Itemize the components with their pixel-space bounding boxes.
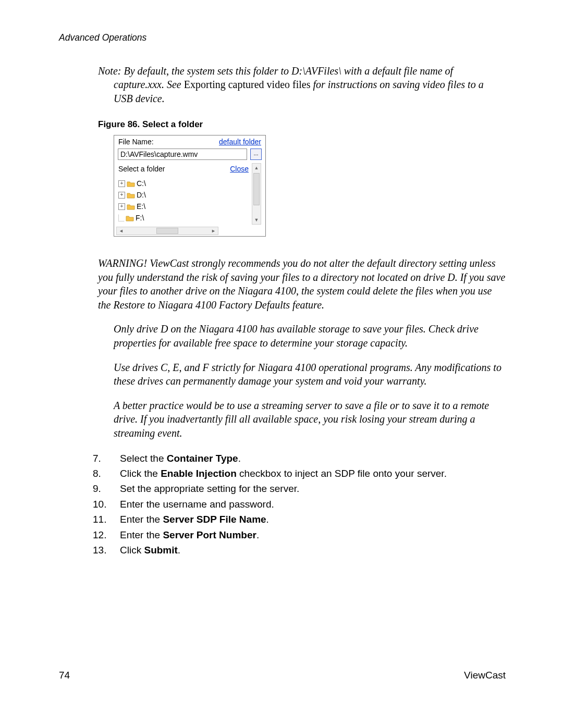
drive-label: F:\ [136, 213, 144, 223]
note-link-text: Exporting captured video files [184, 79, 311, 90]
step-number: 11. [93, 512, 111, 527]
warning-p1: WARNING! ViewCast strongly recommends yo… [98, 256, 506, 312]
drive-item[interactable]: F:\ [118, 213, 249, 224]
close-link[interactable]: Close [230, 164, 249, 174]
step-item: 12. Enter the Server Port Number. [93, 527, 506, 542]
scroll-thumb[interactable] [156, 228, 178, 234]
step-item: 8. Click the Enable Injection checkbox t… [93, 466, 506, 481]
drive-item[interactable]: + E:\ [118, 201, 249, 213]
note-paragraph: Note: By default, the system sets this f… [98, 64, 506, 105]
step-item: 13. Click Submit. [93, 542, 506, 558]
running-header: Advanced Operations [59, 32, 506, 43]
drive-label: D:\ [137, 190, 146, 200]
tree-connector-icon [118, 215, 124, 221]
scroll-up-icon[interactable]: ▲ [252, 164, 261, 172]
step-number: 7. [93, 451, 111, 466]
drive-item[interactable]: + D:\ [118, 190, 249, 201]
file-name-label: File Name: [118, 137, 154, 147]
step-item: 10. Enter the username and password. [93, 497, 506, 512]
folder-icon [126, 215, 134, 221]
step-item: 11. Enter the Server SDP File Name. [93, 512, 506, 527]
figure-caption: Figure 86. Select a folder [98, 119, 506, 131]
page-number: 74 [59, 670, 70, 681]
drive-label: E:\ [137, 202, 145, 212]
expand-icon[interactable]: + [118, 180, 125, 187]
warning-p4: A better practice would be to use a stre… [98, 399, 506, 440]
browse-button[interactable]: ... [250, 149, 262, 160]
note-text-1: By default, the system sets this folder … [124, 65, 453, 77]
file-path-input[interactable] [118, 149, 247, 160]
step-item: 9. Set the appropriate setting for the s… [93, 481, 506, 496]
step-number: 10. [93, 497, 111, 512]
scroll-down-icon[interactable]: ▼ [252, 216, 261, 224]
select-folder-dialog: File Name: default folder ... Select a f… [114, 135, 266, 237]
default-folder-link[interactable]: default folder [219, 137, 261, 147]
footer-brand: ViewCast [464, 670, 506, 681]
expand-icon[interactable]: + [118, 203, 125, 210]
warning-p2: Only drive D on the Niagara 4100 has ava… [98, 322, 506, 350]
folder-tree[interactable]: Select a folder Close + C:\ + [118, 163, 249, 236]
warning-block: WARNING! ViewCast strongly recommends yo… [98, 256, 506, 440]
horizontal-scrollbar[interactable]: ◄ ► [116, 227, 218, 235]
drive-item[interactable]: + C:\ [118, 178, 249, 190]
expand-icon[interactable]: + [118, 192, 125, 199]
scroll-thumb[interactable] [253, 173, 260, 205]
step-number: 8. [93, 466, 111, 481]
step-item: 7. Select the Container Type. [93, 451, 506, 466]
step-number: 12. [93, 527, 111, 542]
scroll-left-icon[interactable]: ◄ [119, 228, 124, 234]
note-text-2a: capture.xxx. See [114, 79, 184, 90]
folder-icon [127, 203, 135, 210]
step-number: 9. [93, 481, 111, 496]
select-folder-label: Select a folder [118, 164, 165, 174]
warning-p3: Use drives C, E, and F strictly for Niag… [98, 361, 506, 388]
folder-icon [127, 192, 135, 199]
scroll-right-icon[interactable]: ► [211, 228, 216, 234]
note-text-2b: for instructions on saving video files t… [310, 79, 483, 90]
drive-label: C:\ [137, 179, 146, 189]
vertical-scrollbar[interactable]: ▲ ▼ [252, 163, 261, 225]
note-text-3: USB device. [114, 93, 165, 104]
note-prefix: Note: [98, 65, 124, 77]
folder-icon [127, 180, 135, 187]
step-list: 7. Select the Container Type. 8. Click t… [93, 451, 506, 558]
step-number: 13. [93, 542, 111, 558]
